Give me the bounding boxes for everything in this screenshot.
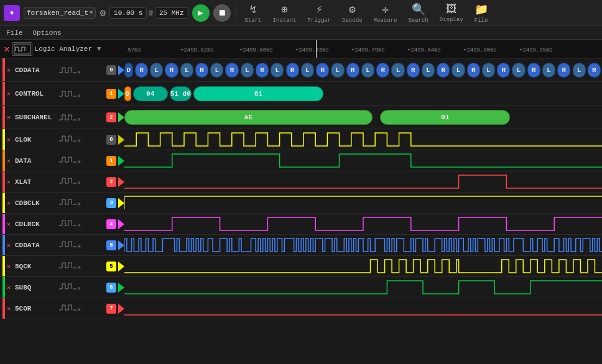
filename-field[interactable]: forsaken_read_t ▼	[24, 7, 96, 19]
decode-button[interactable]: ⚙ Decode	[338, 1, 366, 25]
signal-name-subchanel: SUBCHANEL	[15, 114, 57, 121]
time-cursor	[316, 40, 317, 58]
remove-clok[interactable]: ✕	[7, 136, 13, 143]
signal-index-clok: 0	[106, 135, 116, 145]
signal-name-5cor: 5COR	[15, 305, 57, 312]
signal-wave-cddata2: X	[59, 238, 90, 252]
signal-wave-xlat: X	[59, 175, 90, 189]
measure-button[interactable]: ✛ Measure	[370, 1, 401, 25]
signal-row-clok: ✕ CLOK X 0	[0, 129, 602, 150]
signal-index-data: 1	[106, 156, 116, 166]
svg-text:X: X	[78, 70, 81, 75]
signal-arrow-cddata	[118, 65, 124, 75]
decoded-segment: R	[165, 63, 178, 78]
time-duration[interactable]: 10.00 s	[109, 7, 147, 19]
separator	[236, 4, 236, 22]
signal-index-cdbclk: 3	[106, 198, 116, 208]
ruler-tick-4: +2499.79ms	[351, 47, 385, 53]
decoded-segment: R	[588, 63, 601, 78]
svg-rect-0	[14, 44, 30, 54]
options-gear[interactable]: ⚙	[100, 7, 106, 19]
decoded-segment: R	[346, 63, 359, 78]
menu-file[interactable]: File	[6, 29, 22, 37]
signal-index-5qck: 5	[106, 262, 116, 271]
ruler-expand[interactable]: ▼	[97, 45, 101, 53]
remove-cddata[interactable]: ✕	[7, 66, 13, 74]
decoded-segment: L	[482, 63, 495, 78]
file-button[interactable]: 📁 File	[471, 1, 492, 25]
decoded-segment: L	[331, 63, 344, 78]
waveform-data	[124, 150, 602, 171]
main-area: ✕ Logic Analyzer ▼ .57ms+2499.62ms+2499.…	[0, 40, 602, 364]
signal-color-subq	[2, 277, 5, 298]
signal-row-subq: ✕ SUBQ X 6	[0, 277, 602, 298]
waveform-subq	[124, 277, 602, 298]
close-ruler-button[interactable]: ✕	[4, 43, 10, 55]
signal-color-cddata2	[2, 235, 5, 255]
menu-options[interactable]: Options	[32, 29, 61, 37]
remove-control[interactable]: ✕	[7, 90, 13, 98]
signal-left-subq: ✕ SUBQ X 6	[0, 277, 124, 298]
svg-text:X: X	[78, 201, 81, 207]
signal-name-5qck: 5QCK	[15, 263, 57, 270]
signal-left-cddata-digital: ✕ CDDATA X 8	[0, 235, 124, 255]
signal-color-cdbclk	[2, 193, 5, 213]
display-button[interactable]: 🖼 Display	[436, 1, 467, 24]
decoded-segment: AE	[124, 110, 373, 125]
signal-arrow-cdbclk	[118, 198, 124, 208]
decoded-segment: R	[527, 63, 540, 78]
svg-text:X: X	[78, 286, 81, 291]
remove-cdbclk[interactable]: ✕	[7, 199, 13, 207]
decoded-segment: R	[286, 63, 299, 78]
remove-cdlrck[interactable]: ✕	[7, 221, 13, 228]
svg-text:X: X	[78, 307, 81, 312]
signal-left-cdbclk: ✕ CDBCLK X 3	[0, 193, 124, 213]
signal-wave-5qck: X	[59, 259, 90, 273]
signal-wave-data: X	[59, 153, 90, 168]
decoded-segment: R	[316, 63, 329, 78]
trigger-button[interactable]: ↯ Start	[241, 1, 266, 25]
instant-button[interactable]: ⊕ Instant	[269, 1, 300, 25]
remove-xlat[interactable]: ✕	[7, 178, 13, 186]
waveform-xlat	[124, 171, 602, 192]
decoded-segment: D	[124, 63, 133, 78]
logic-analyzer-icon	[12, 42, 32, 56]
decoded-segment: R	[467, 63, 480, 78]
svg-text:X: X	[78, 180, 81, 186]
signal-left-control: ✕ CONTROL X 1	[0, 82, 124, 105]
signal-arrow-subq	[118, 283, 124, 293]
signal-color-data	[2, 150, 5, 171]
remove-5cor[interactable]: ✕	[7, 305, 13, 312]
app-logo: ♦	[4, 5, 20, 21]
signal-left-cddata-decoded: ✕ CDDATA X 0	[0, 58, 124, 81]
time-control: 10.00 s @ 25 MHz	[109, 7, 188, 19]
signal-name-cdlrck: CDLRCK	[15, 221, 57, 228]
signal-arrow-cddata2	[118, 240, 124, 250]
remove-5qck[interactable]: ✕	[7, 263, 13, 270]
signal-row-cddata-digital: ✕ CDDATA X 8	[0, 235, 602, 256]
signal-color-cddata	[2, 58, 5, 81]
signal-wave-clok: X	[59, 132, 90, 147]
signal-arrow-5qck	[118, 262, 124, 271]
stop-button[interactable]: ⏹	[213, 4, 231, 22]
signal-row-data: ✕ DATA X 1	[0, 150, 602, 171]
signal-left-clok: ✕ CLOK X 0	[0, 129, 124, 150]
search-button[interactable]: 🔍 Search	[404, 1, 432, 25]
signal-arrow-control	[118, 89, 124, 99]
trigger-action-button[interactable]: ⚡ Trigger	[303, 1, 335, 25]
decoded-segment: L	[391, 63, 404, 78]
ruler-tick-6: +2499.90ms	[463, 47, 497, 53]
frequency-select[interactable]: 25 MHz	[155, 7, 188, 19]
remove-subq[interactable]: ✕	[7, 284, 13, 291]
remove-subchanel[interactable]: ✕	[7, 114, 13, 121]
signal-color-cdlrck	[2, 214, 5, 234]
svg-text:X: X	[78, 93, 81, 99]
signal-left-subchanel: ✕ SUBCHANEL X 2	[0, 106, 124, 129]
play-button[interactable]: ▶	[192, 4, 210, 22]
decoded-segment: L	[180, 63, 193, 78]
remove-data[interactable]: ✕	[7, 157, 13, 165]
remove-cddata2[interactable]: ✕	[7, 242, 13, 249]
waveform-cddata-decoded: DRLRLRLRLRLRLRLRLRLRLRLRLRLRLRLR	[124, 58, 602, 81]
decoded-segment: R	[497, 63, 510, 78]
ruler-tick-2: +2499.68ms	[239, 47, 273, 53]
